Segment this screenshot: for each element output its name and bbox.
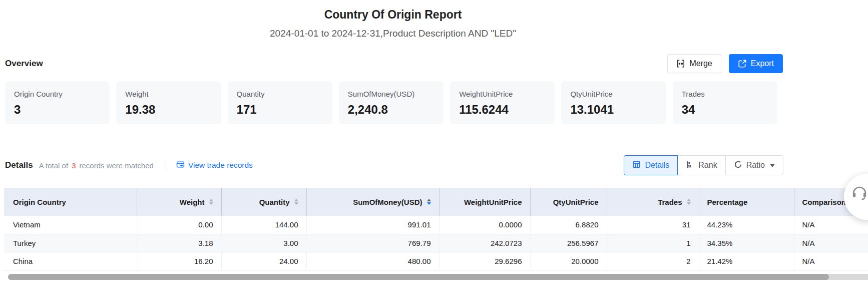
toolbar-actions: Merge Export: [667, 54, 783, 73]
card-label: Trades: [682, 90, 768, 98]
match-summary-suffix: records were matched: [79, 161, 153, 170]
table-cell: Turkey: [4, 234, 137, 252]
column-label: SumOfMoney(USD): [353, 198, 422, 206]
sort-carets-icon[interactable]: [209, 199, 213, 205]
table-cell: 16.20: [137, 252, 221, 270]
card-value: 115.6244: [459, 103, 546, 117]
table-cell: 20.0000: [530, 252, 607, 270]
column-label: Percentage: [707, 198, 748, 206]
sort-carets-icon[interactable]: [294, 199, 298, 205]
column-label: QtyUnitPrice: [553, 198, 599, 206]
table-cell: 44.23%: [699, 216, 794, 234]
table-cell: 31: [607, 216, 699, 234]
column-header-quantity[interactable]: Quantity: [221, 188, 306, 216]
view-switch-group: Details Rank: [624, 155, 783, 175]
card-label: QtyUnitPrice: [570, 90, 657, 98]
table-cell: China: [4, 252, 137, 270]
vertical-divider: [165, 161, 165, 169]
chevron-down-icon: [770, 164, 775, 167]
column-header-trades[interactable]: Trades: [607, 188, 699, 216]
card-value: 171: [237, 103, 323, 117]
table-cell: 0.0000: [439, 216, 530, 234]
sort-carets-icon[interactable]: [687, 199, 691, 205]
merge-icon: [676, 59, 685, 68]
table-row-vietnam: Vietnam 0.00 144.00 991.01 0.0000 6.8820…: [4, 216, 868, 234]
merge-button[interactable]: Merge: [667, 54, 721, 73]
details-section-title: Details: [5, 160, 33, 170]
table-cell: 480.00: [306, 252, 439, 270]
column-header-qty-unit-price: QtyUnitPrice: [530, 188, 607, 216]
details-table: Origin Country Weight Quantity SumOfMone…: [4, 188, 868, 280]
details-view-button[interactable]: Details: [624, 155, 678, 175]
table-cell: 6.8820: [530, 216, 607, 234]
card-value: 3: [14, 103, 101, 117]
rank-flag-icon: [686, 160, 694, 171]
table-cell: 1: [607, 234, 699, 252]
trade-records-window-icon: [176, 160, 185, 171]
column-header-percentage: Percentage: [699, 188, 794, 216]
card-sum-of-money: SumOfMoney(USD) 2,240.8: [339, 81, 444, 124]
rank-view-label: Rank: [698, 161, 717, 170]
overview-bar: Overview Merge: [5, 54, 783, 73]
ratio-view-button[interactable]: Ratio: [725, 155, 783, 175]
table-cell: Vietnam: [4, 216, 137, 234]
table-cell: 991.01: [306, 216, 439, 234]
table-cell: 29.6296: [439, 252, 530, 270]
report-subtitle: 2024-01-01 to 2024-12-31,Product Descrip…: [0, 28, 786, 39]
column-label: Comparison: [802, 198, 846, 206]
card-label: Quantity: [237, 90, 323, 98]
match-count: 3: [72, 161, 76, 170]
refresh-circle-icon: [734, 160, 742, 171]
table-cell: N/A: [794, 216, 868, 234]
ratio-view-label: Ratio: [746, 161, 765, 170]
column-label: Weight: [180, 198, 205, 206]
table-cell: 2: [607, 252, 699, 270]
table-cell: 3.00: [221, 234, 306, 252]
sort-carets-icon[interactable]: [427, 199, 431, 205]
table-cell: 0.00: [137, 216, 221, 234]
column-label: WeightUnitPrice: [464, 198, 522, 206]
export-button[interactable]: Export: [729, 54, 783, 73]
table-cell: 24.00: [221, 252, 306, 270]
column-label: Trades: [658, 198, 682, 206]
column-header-sum-of-money[interactable]: SumOfMoney(USD): [306, 188, 439, 216]
card-origin-country: Origin Country 3: [5, 81, 110, 124]
table-cell: 34.35%: [699, 234, 794, 252]
card-weight: Weight 19.38: [116, 81, 221, 124]
card-value: 34: [682, 103, 768, 117]
export-icon: [738, 59, 747, 68]
table-grid-icon: [632, 160, 641, 171]
table-cell: 144.00: [221, 216, 306, 234]
card-label: SumOfMoney(USD): [348, 90, 435, 98]
card-value: 19.38: [125, 103, 212, 117]
card-label: Origin Country: [14, 90, 101, 98]
view-trade-records-label: View trade records: [188, 161, 253, 170]
card-qty-unit-price: QtyUnitPrice 13.1041: [561, 81, 666, 124]
table-row-turkey: Turkey 3.18 3.00 769.79 242.0723 256.596…: [4, 234, 868, 252]
card-value: 2,240.8: [348, 103, 435, 117]
overview-cards: Origin Country 3 Weight 19.38 Quantity 1…: [5, 81, 777, 124]
rank-view-button[interactable]: Rank: [677, 155, 725, 175]
export-button-label: Export: [751, 59, 774, 68]
column-header-weight-unit-price: WeightUnitPrice: [439, 188, 530, 216]
report-header: Country Of Origin Report 2024-01-01 to 2…: [0, 0, 786, 39]
horizontal-scrollbar-track[interactable]: [8, 274, 868, 280]
overview-section-title: Overview: [5, 59, 43, 69]
table-cell: N/A: [794, 234, 868, 252]
horizontal-scrollbar-thumb[interactable]: [8, 274, 829, 280]
table-cell: 3.18: [137, 234, 221, 252]
country-of-origin-report-page: Country Of Origin Report 2024-01-01 to 2…: [0, 0, 868, 280]
column-label: Origin Country: [13, 198, 66, 206]
column-header-weight[interactable]: Weight: [137, 188, 221, 216]
view-trade-records-link[interactable]: View trade records: [176, 160, 253, 171]
match-summary-prefix: A total of: [39, 161, 68, 170]
card-weight-unit-price: WeightUnitPrice 115.6244: [450, 81, 555, 124]
table-header-row: Origin Country Weight Quantity SumOfMone…: [4, 188, 868, 216]
merge-button-label: Merge: [689, 59, 712, 68]
details-view-label: Details: [645, 161, 669, 170]
card-label: Weight: [125, 90, 212, 98]
column-header-origin-country: Origin Country: [4, 188, 137, 216]
page-title: Country Of Origin Report: [0, 8, 786, 22]
card-label: WeightUnitPrice: [459, 90, 546, 98]
table-cell: 242.0723: [439, 234, 530, 252]
